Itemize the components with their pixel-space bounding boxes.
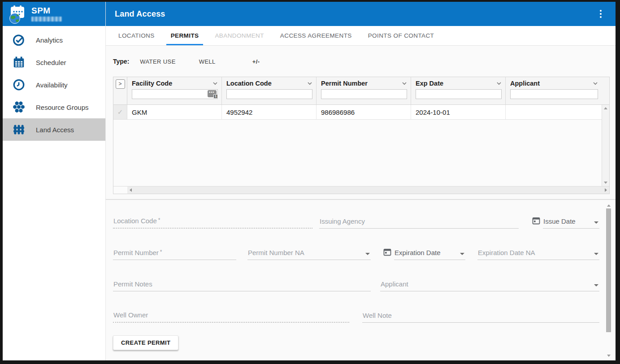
- filter-selection-badge-icon[interactable]: ••• 1: [208, 90, 217, 97]
- calendar-icon[interactable]: [383, 248, 391, 258]
- tab-access-agreements[interactable]: ACCESS AGREEMENTS: [272, 26, 360, 45]
- scroll-up-arrow-icon[interactable]: [604, 107, 607, 109]
- scroll-left-arrow-icon[interactable]: [130, 188, 132, 192]
- permit-number-na-select[interactable]: Permit Number NA: [247, 247, 371, 260]
- facility-code-filter-input[interactable]: [132, 89, 218, 99]
- column-menu-chevron-icon[interactable]: [593, 82, 598, 85]
- tab-points-of-contact[interactable]: POINTS OF CONTACT: [360, 26, 442, 45]
- permit-number-field[interactable]: Permit Number*: [113, 247, 236, 260]
- app-name: SPM: [31, 6, 62, 15]
- dropdown-arrow-icon[interactable]: [460, 253, 464, 255]
- dropdown-arrow-icon[interactable]: [594, 221, 598, 224]
- column-title: Exp Date: [416, 80, 443, 87]
- row-gutter-cell[interactable]: ✓: [113, 105, 127, 119]
- tab-permits[interactable]: PERMITS: [163, 26, 207, 45]
- sidebar-item-land-access[interactable]: Land Access: [3, 118, 105, 141]
- field-label: Applicant: [381, 280, 408, 288]
- dropdown-arrow-icon[interactable]: [594, 284, 598, 286]
- type-option-water-use[interactable]: WATER USE: [140, 58, 175, 65]
- column-menu-chevron-icon[interactable]: [307, 82, 312, 85]
- scroll-right-arrow-icon[interactable]: [605, 188, 607, 192]
- applicant-select[interactable]: Applicant: [380, 278, 599, 291]
- app-window: SPM Analytics: [3, 2, 616, 360]
- row-check-icon: ✓: [117, 108, 123, 116]
- kebab-menu-icon[interactable]: [595, 8, 607, 20]
- column-permit-number: Permit Number: [317, 77, 411, 104]
- cell-exp-date[interactable]: 2024-10-01: [411, 105, 506, 119]
- cell-permit-number[interactable]: 986986986: [317, 105, 411, 119]
- exp-date-filter-input[interactable]: [416, 89, 502, 99]
- app-logo-calendar-globe-icon: [7, 4, 27, 24]
- create-permit-form: Location Code* Issuing Agency Issue Date: [106, 200, 616, 360]
- field-label: Expiration Date: [395, 249, 441, 256]
- table-row[interactable]: ✓ GKM 4952942 986986986 2024-10-01: [113, 105, 602, 120]
- expiration-date-field[interactable]: Expiration Date: [383, 247, 465, 260]
- create-permit-button[interactable]: CREATE PERMIT: [113, 335, 178, 350]
- permit-number-filter-input[interactable]: [321, 89, 407, 99]
- field-label: Expiration Date NA: [478, 249, 535, 256]
- field-label: Permit Number NA: [248, 249, 304, 256]
- sidebar-item-label: Scheduler: [36, 59, 66, 66]
- grid-horizontal-scrollbar[interactable]: [113, 186, 609, 194]
- cell-applicant[interactable]: [506, 105, 602, 119]
- applicant-filter-input[interactable]: [510, 89, 598, 99]
- location-code-filter-input[interactable]: [226, 89, 312, 99]
- type-option-well[interactable]: WELL: [199, 58, 216, 65]
- location-code-field[interactable]: Location Code*: [113, 215, 312, 229]
- calendar-icon[interactable]: [532, 217, 540, 226]
- sidebar-item-label: Analytics: [36, 36, 63, 44]
- column-title: Location Code: [226, 80, 272, 87]
- field-label: Location Code*: [113, 217, 160, 225]
- sidebar-item-scheduler[interactable]: Scheduler: [3, 51, 105, 74]
- column-menu-chevron-icon[interactable]: [402, 82, 407, 85]
- required-asterisk: *: [160, 249, 162, 255]
- sidebar-item-label: Availability: [36, 81, 68, 89]
- sidebar-item-label: Resource Groups: [36, 104, 89, 111]
- scrollbar-thumb[interactable]: [606, 208, 611, 332]
- sidebar-item-analytics[interactable]: Analytics: [3, 29, 105, 51]
- well-owner-field[interactable]: Well Owner: [113, 309, 349, 323]
- horizontal-scroll-track[interactable]: [127, 186, 609, 194]
- sidebar-item-resource-groups[interactable]: Resource Groups: [3, 96, 105, 118]
- page-title: Land Access: [115, 9, 165, 19]
- column-location-code: Location Code: [222, 77, 317, 104]
- cell-location-code[interactable]: 4952942: [222, 105, 317, 119]
- grid-scrollbar-corner: [113, 186, 127, 194]
- column-applicant: Applicant: [506, 77, 602, 104]
- issue-date-field[interactable]: Issue Date: [532, 215, 599, 229]
- sidebar-header: SPM: [3, 2, 105, 26]
- filter-count-badge: 1: [213, 94, 218, 99]
- availability-clock-icon: [12, 78, 26, 92]
- well-note-field[interactable]: Well Note: [362, 309, 599, 323]
- field-label: Issuing Agency: [320, 217, 365, 225]
- cell-facility-code[interactable]: GKM: [127, 105, 222, 119]
- dropdown-arrow-icon[interactable]: [594, 253, 598, 255]
- dropdown-arrow-icon[interactable]: [365, 253, 370, 255]
- field-label: Permit Number*: [113, 249, 162, 256]
- expand-row-button[interactable]: >: [116, 79, 125, 89]
- grid-scrollbar-header-spacer: [602, 77, 609, 104]
- tab-bar: LOCATIONS PERMITS ABANDONMENT ACCESS AGR…: [106, 26, 616, 46]
- tab-locations[interactable]: LOCATIONS: [110, 26, 163, 45]
- tab-abandonment: ABANDONMENT: [207, 26, 272, 45]
- field-label: Issue Date: [543, 217, 576, 225]
- grid-body: ✓ GKM 4952942 986986986 2024-10-01: [113, 105, 609, 186]
- window-frame: SPM Analytics: [0, 0, 620, 364]
- permit-notes-field[interactable]: Permit Notes: [113, 278, 371, 291]
- column-title: Applicant: [510, 80, 540, 87]
- type-label: Type:: [113, 58, 129, 65]
- scroll-up-arrow-icon[interactable]: [607, 204, 611, 207]
- expiration-date-na-select[interactable]: Expiration Date NA: [477, 247, 599, 260]
- form-vertical-scrollbar[interactable]: [605, 204, 612, 357]
- issuing-agency-field[interactable]: Issuing Agency: [319, 215, 519, 229]
- grid-vertical-scrollbar[interactable]: [602, 105, 609, 186]
- sidebar: SPM Analytics: [3, 2, 106, 360]
- sidebar-item-availability[interactable]: Availability: [3, 74, 105, 96]
- column-menu-chevron-icon[interactable]: [212, 82, 218, 85]
- column-menu-chevron-icon[interactable]: [496, 82, 502, 85]
- scroll-down-arrow-icon[interactable]: [607, 355, 611, 357]
- sidebar-item-label: Land Access: [36, 126, 74, 134]
- type-option-plus-minus[interactable]: +/-: [252, 58, 260, 65]
- required-asterisk: *: [158, 217, 160, 223]
- scroll-down-arrow-icon[interactable]: [604, 182, 607, 184]
